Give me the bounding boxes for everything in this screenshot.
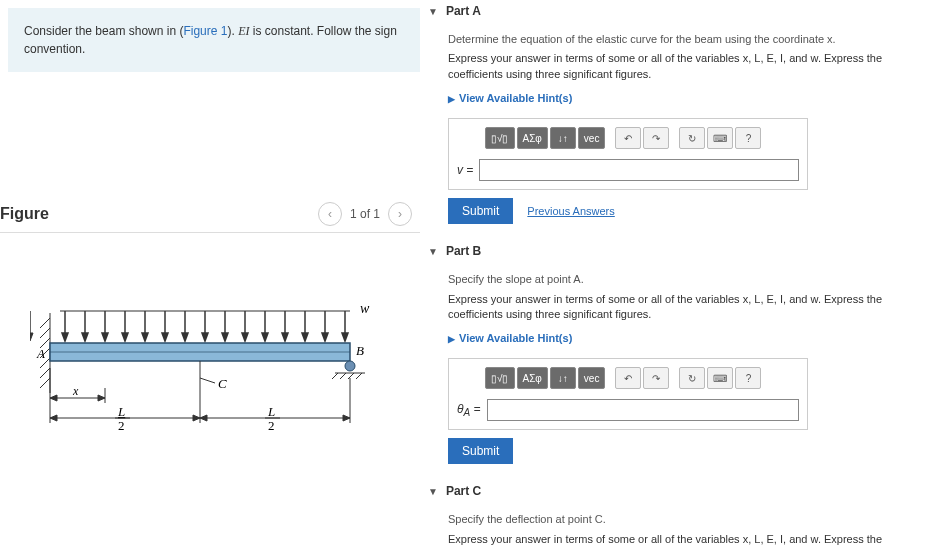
svg-text:C: C [218, 376, 227, 391]
greek-button[interactable]: ΑΣφ [517, 127, 548, 149]
part-a-instruction-1: Determine the equation of the elastic cu… [448, 32, 926, 47]
part-a-instruction-2: Express your answer in terms of some or … [448, 51, 926, 82]
svg-line-47 [340, 373, 346, 379]
figure-ref-link[interactable]: Figure 1 [183, 24, 227, 38]
beam-figure: w A B C [30, 283, 420, 445]
part-c-instruction-2: Express your answer in terms of some or … [448, 532, 926, 550]
svg-marker-38 [322, 333, 328, 341]
part-b-hints-link[interactable]: View Available Hint(s) [448, 332, 572, 344]
svg-line-48 [348, 373, 354, 379]
help-button[interactable]: ? [735, 367, 761, 389]
part-a-answer-input[interactable] [479, 159, 799, 181]
keyboard-button[interactable]: ⌨ [707, 367, 733, 389]
svg-marker-14 [82, 333, 88, 341]
keyboard-button[interactable]: ⌨ [707, 127, 733, 149]
vec-button[interactable]: vec [578, 127, 606, 149]
subscript-button[interactable]: ↓↑ [550, 127, 576, 149]
part-b-header[interactable]: ▼ Part B [428, 240, 926, 262]
svg-line-2 [40, 328, 50, 338]
svg-marker-40 [342, 333, 348, 341]
svg-marker-28 [222, 333, 228, 341]
part-a-var-label: v = [457, 163, 473, 177]
help-button[interactable]: ? [735, 127, 761, 149]
redo-button[interactable]: ↷ [643, 127, 669, 149]
svg-marker-10 [30, 333, 33, 341]
svg-marker-30 [242, 333, 248, 341]
svg-marker-63 [50, 415, 57, 421]
svg-marker-59 [50, 395, 57, 401]
svg-marker-24 [182, 333, 188, 341]
figure-pager: ‹ 1 of 1 › [318, 202, 412, 226]
undo-button[interactable]: ↶ [615, 127, 641, 149]
svg-text:B: B [356, 343, 364, 358]
part-a-hints-link[interactable]: View Available Hint(s) [448, 92, 572, 104]
svg-marker-36 [302, 333, 308, 341]
svg-marker-66 [200, 415, 207, 421]
svg-line-53 [200, 378, 215, 383]
undo-button[interactable]: ↶ [615, 367, 641, 389]
svg-marker-16 [102, 333, 108, 341]
greek-button[interactable]: ΑΣφ [517, 367, 548, 389]
svg-line-46 [332, 373, 338, 379]
part-b-submit-button[interactable]: Submit [448, 438, 513, 464]
svg-text:L: L [117, 404, 125, 419]
svg-marker-12 [62, 333, 68, 341]
part-b-answer-panel: ▯√▯ ΑΣφ ↓↑ vec ↶ ↷ ↻ ⌨ ? θA = [448, 358, 808, 430]
subscript-button[interactable]: ↓↑ [550, 367, 576, 389]
svg-marker-26 [202, 333, 208, 341]
redo-button[interactable]: ↷ [643, 367, 669, 389]
svg-text:2: 2 [118, 418, 125, 433]
part-b-instruction-2: Express your answer in terms of some or … [448, 292, 926, 323]
part-c-header[interactable]: ▼ Part C [428, 480, 926, 502]
svg-point-44 [345, 361, 355, 371]
part-b-answer-input[interactable] [487, 399, 799, 421]
reset-button[interactable]: ↻ [679, 367, 705, 389]
caret-down-icon: ▼ [428, 486, 438, 497]
part-a-submit-button[interactable]: Submit [448, 198, 513, 224]
figure-next-button[interactable]: › [388, 202, 412, 226]
caret-down-icon: ▼ [428, 246, 438, 257]
figure-title: Figure [0, 205, 49, 223]
svg-marker-20 [142, 333, 148, 341]
svg-line-6 [40, 368, 50, 378]
svg-line-7 [40, 378, 50, 388]
svg-marker-18 [122, 333, 128, 341]
part-c-instruction-1: Specify the deflection at point C. [448, 512, 926, 527]
svg-marker-60 [98, 395, 105, 401]
svg-text:L: L [267, 404, 275, 419]
vec-button[interactable]: vec [578, 367, 606, 389]
part-a-header[interactable]: ▼ Part A [428, 0, 926, 22]
caret-down-icon: ▼ [428, 6, 438, 17]
reset-button[interactable]: ↻ [679, 127, 705, 149]
svg-marker-32 [262, 333, 268, 341]
svg-text:A: A [36, 346, 45, 361]
svg-text:w: w [360, 301, 370, 316]
svg-line-49 [356, 373, 362, 379]
template-button[interactable]: ▯√▯ [485, 127, 515, 149]
svg-marker-67 [343, 415, 350, 421]
figure-prev-button[interactable]: ‹ [318, 202, 342, 226]
problem-statement: Consider the beam shown in (Figure 1). E… [8, 8, 420, 72]
svg-marker-34 [282, 333, 288, 341]
part-b-instruction-1: Specify the slope at point A. [448, 272, 926, 287]
figure-pager-text: 1 of 1 [350, 207, 380, 221]
part-a-previous-answers-link[interactable]: Previous Answers [527, 205, 614, 217]
part-b-var-label: θA = [457, 402, 481, 418]
template-button[interactable]: ▯√▯ [485, 367, 515, 389]
svg-text:2: 2 [268, 418, 275, 433]
svg-line-1 [40, 318, 50, 328]
svg-text:x: x [72, 384, 79, 398]
svg-marker-22 [162, 333, 168, 341]
part-a-answer-panel: ▯√▯ ΑΣφ ↓↑ vec ↶ ↷ ↻ ⌨ ? v = [448, 118, 808, 190]
